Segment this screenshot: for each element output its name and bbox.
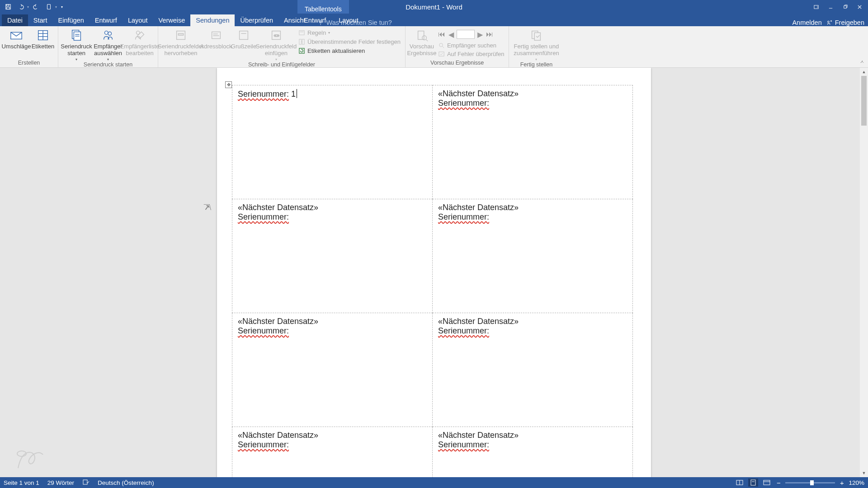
first-record-button: ⏮ bbox=[438, 30, 446, 38]
svg-rect-38 bbox=[418, 31, 424, 40]
envelopes-button[interactable]: Umschläge bbox=[3, 27, 30, 50]
page-indicator[interactable]: Seite 1 von 1 bbox=[4, 479, 39, 486]
svg-rect-52 bbox=[764, 480, 770, 485]
svg-rect-32 bbox=[299, 31, 304, 35]
redo-button[interactable] bbox=[31, 2, 42, 12]
svg-line-42 bbox=[442, 46, 444, 48]
select-rec-label: Empfänger auswählen bbox=[94, 43, 123, 57]
finish-label: Fertig stellen und zusammenführen bbox=[513, 43, 560, 57]
svg-rect-25 bbox=[212, 32, 221, 39]
svg-point-39 bbox=[422, 36, 426, 40]
address-block-button: Adressblock bbox=[202, 27, 231, 50]
restore-button[interactable] bbox=[838, 1, 852, 12]
label-cell[interactable]: «Nächster Datensatz» Serienummer: bbox=[232, 313, 433, 427]
svg-rect-3 bbox=[47, 5, 51, 9]
group-write-fields: Seriendruckfelder hervorheben Adressbloc… bbox=[158, 26, 406, 67]
svg-rect-37 bbox=[299, 48, 304, 53]
zoom-level[interactable]: 120% bbox=[849, 479, 864, 486]
label-cell[interactable]: «Nächster Datensatz» Serienummer: bbox=[433, 313, 633, 427]
save-button[interactable] bbox=[3, 2, 14, 12]
share-label: Freigeben bbox=[835, 19, 864, 26]
group-finish: Fertig stellen und zusammenführen▾ Ferti… bbox=[509, 26, 563, 67]
close-button[interactable] bbox=[853, 1, 866, 12]
web-layout-button[interactable] bbox=[762, 479, 772, 487]
label-cell[interactable]: Serienummer: 1 bbox=[232, 85, 433, 199]
group-start-mailmerge: Seriendruck starten▾ Empfänger auswählen… bbox=[58, 26, 158, 67]
sign-in-button[interactable]: Anmelden bbox=[792, 19, 821, 26]
share-button[interactable]: Freigeben bbox=[826, 19, 864, 26]
tab-mailings[interactable]: Sendungen bbox=[190, 14, 235, 26]
tab-layout[interactable]: Layout bbox=[123, 14, 153, 26]
next-record-field: «Nächster Datensatz» bbox=[238, 431, 427, 440]
label-cell[interactable]: «Nächster Datensatz» Serienummer: bbox=[433, 85, 633, 199]
serial-label: Serienummer: bbox=[438, 212, 489, 221]
preview-results-button: Vorschau Ergebnisse bbox=[408, 27, 435, 57]
label-cell[interactable]: «Nächster Datensatz» Serienummer: bbox=[433, 427, 633, 478]
serial-value: 1 bbox=[291, 89, 296, 99]
svg-line-40 bbox=[426, 39, 428, 41]
scroll-thumb[interactable] bbox=[861, 76, 867, 126]
labels-button[interactable]: Etiketten bbox=[31, 27, 55, 50]
scroll-down-button[interactable]: ▼ bbox=[860, 469, 868, 477]
tab-review[interactable]: Überprüfen bbox=[235, 14, 278, 26]
label-cell[interactable]: «Nächster Datensatz» Serienummer: bbox=[232, 427, 433, 478]
word-count[interactable]: 29 Wörter bbox=[47, 479, 74, 486]
group-write-label: Schreib- und Einfügefelder bbox=[248, 61, 315, 68]
collapse-ribbon-button[interactable]: ㅅ bbox=[860, 59, 864, 65]
undo-button[interactable] bbox=[15, 2, 26, 12]
svg-text:«»: «» bbox=[274, 33, 279, 38]
svg-rect-7 bbox=[844, 5, 846, 8]
tab-table-layout[interactable]: Layout bbox=[332, 14, 365, 26]
language-indicator[interactable]: Deutsch (Österreich) bbox=[98, 479, 154, 486]
last-record-button: ⏭ bbox=[486, 30, 494, 38]
tab-references[interactable]: Verweise bbox=[153, 14, 190, 26]
next-record-button: ▶ bbox=[476, 30, 484, 38]
customize-qat-button[interactable]: ▾ bbox=[59, 2, 65, 12]
next-record-field: «Nächster Datensatz» bbox=[438, 203, 627, 212]
status-bar: Seite 1 von 1 29 Wörter Deutsch (Österre… bbox=[0, 477, 868, 488]
record-number-input[interactable] bbox=[457, 30, 475, 39]
serial-label: Serienummer: bbox=[238, 440, 289, 449]
svg-rect-28 bbox=[240, 31, 248, 40]
start-mailmerge-button[interactable]: Seriendruck starten▾ bbox=[61, 27, 92, 61]
tab-home[interactable]: Start bbox=[28, 14, 53, 26]
update-labels-button[interactable]: Etiketten aktualisieren bbox=[297, 47, 402, 55]
labels-label: Etiketten bbox=[32, 43, 55, 50]
tab-table-design[interactable]: Entwurf bbox=[297, 14, 332, 26]
tab-design[interactable]: Entwurf bbox=[90, 14, 123, 26]
minimize-button[interactable] bbox=[824, 1, 837, 12]
label-cell[interactable]: «Nächster Datensatz» Serienummer: bbox=[433, 199, 633, 313]
match-fields-button: Übereinstimmende Felder festlegen bbox=[297, 38, 402, 46]
check-errors-button: Auf Fehler überprüfen bbox=[436, 50, 506, 58]
highlight-fields-button: Seriendruckfelder hervorheben bbox=[161, 27, 201, 57]
tab-insert[interactable]: Einfügen bbox=[52, 14, 89, 26]
label-cell[interactable]: «Nächster Datensatz» Serienummer: bbox=[232, 199, 433, 313]
serial-label: Serienummer: bbox=[438, 326, 489, 335]
update-labels-label: Etiketten aktualisieren bbox=[307, 47, 365, 54]
print-layout-button[interactable] bbox=[748, 479, 758, 487]
document-viewport[interactable]: ✥ ⇱ Serienummer: 1 «Nächster Datensatz» … bbox=[0, 68, 868, 477]
next-record-field: «Nächster Datensatz» bbox=[238, 203, 427, 212]
greeting-line-button: Grußzeile bbox=[231, 27, 256, 50]
rules-button: Regeln ▾ bbox=[297, 28, 402, 37]
greeting-label: Grußzeile bbox=[231, 43, 256, 50]
find-rec-label: Empfänger suchen bbox=[447, 42, 496, 49]
zoom-out-button[interactable]: − bbox=[775, 479, 782, 487]
svg-rect-50 bbox=[751, 480, 755, 485]
select-recipients-button[interactable]: Empfänger auswählen▾ bbox=[93, 27, 123, 61]
scroll-up-button[interactable]: ▲ bbox=[860, 68, 868, 76]
read-mode-button[interactable] bbox=[735, 479, 745, 487]
tab-file[interactable]: Datei bbox=[2, 14, 28, 26]
check-err-label: Auf Fehler überprüfen bbox=[447, 51, 504, 57]
zoom-slider-knob[interactable] bbox=[810, 480, 814, 485]
zoom-in-button[interactable]: + bbox=[839, 479, 845, 487]
zoom-slider[interactable] bbox=[785, 482, 835, 483]
table-move-handle[interactable]: ✥ bbox=[225, 81, 232, 88]
touch-mode-button[interactable] bbox=[43, 2, 54, 12]
table-tools-context: Tabellentools bbox=[297, 0, 349, 14]
spellcheck-icon[interactable] bbox=[82, 479, 90, 487]
vertical-scrollbar[interactable]: ▲ ▼ bbox=[860, 68, 868, 477]
ribbon-display-options[interactable] bbox=[809, 1, 823, 12]
group-preview: Vorschau Ergebnisse ⏮ ◀ ▶ ⏭ Empfänger su… bbox=[406, 26, 509, 67]
ribbon-tabs: Datei Start Einfügen Entwurf Layout Verw… bbox=[0, 14, 868, 26]
